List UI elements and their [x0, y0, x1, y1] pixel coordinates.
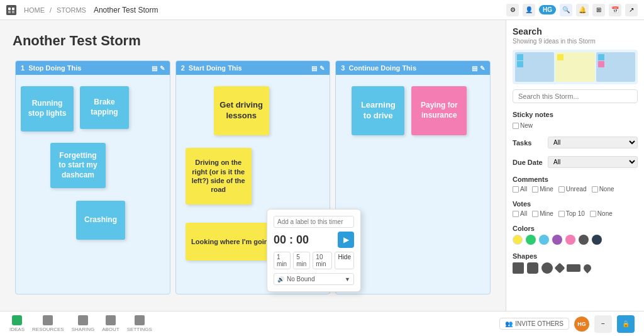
- timer-hide[interactable]: Hide: [335, 252, 354, 269]
- svg-rect-0: [6, 5, 16, 15]
- shape-circle[interactable]: [541, 262, 553, 274]
- color-yellow[interactable]: [513, 235, 523, 245]
- settings-tool-icon: [135, 315, 145, 325]
- shape-rounded[interactable]: [527, 262, 538, 274]
- comments-none[interactable]: None: [592, 186, 614, 193]
- page-title: Another Test Storm: [13, 33, 493, 49]
- votes-section: Votes All Mine Top 10 None: [513, 200, 638, 217]
- note-looking-where-going[interactable]: Looking where I'm going: [186, 223, 279, 260]
- sidebar-search-subtitle: Showing 9 ideas in this Storm: [513, 38, 638, 45]
- timer-time: 00 : 00: [274, 233, 334, 247]
- bottom-ideas-tool[interactable]: IDEAS: [9, 315, 25, 332]
- shape-diamond[interactable]: [555, 263, 565, 274]
- note-forgetting-dashcam[interactable]: Forgetting to start my dashcam: [50, 143, 106, 188]
- col-1-body: Running stop lights Brake tapping Forget…: [16, 75, 170, 290]
- color-green[interactable]: [526, 235, 536, 245]
- search-input[interactable]: [513, 89, 638, 103]
- colors-row: [513, 235, 638, 245]
- shape-pin[interactable]: [582, 263, 593, 274]
- votes-all[interactable]: All: [513, 210, 527, 217]
- col-3-title: Continue Doing This: [348, 64, 416, 72]
- due-date-select[interactable]: All: [548, 156, 638, 168]
- note-get-driving-lessons[interactable]: Get driving lessons: [214, 86, 269, 135]
- col-2-filter-icon[interactable]: ▤: [311, 65, 317, 72]
- nav-home[interactable]: HOME: [24, 6, 45, 14]
- user-badge: HG: [539, 5, 556, 14]
- sidebar: Search Showing 9 ideas in this Storm: [506, 20, 644, 311]
- nav-storms[interactable]: STORMS: [57, 6, 86, 14]
- timer-display: 00 : 00 ▶: [274, 232, 354, 248]
- main-content: Another Test Storm 1 Stop Doing This ▤ ✎: [0, 20, 644, 311]
- timer-10min[interactable]: 10 min: [313, 252, 332, 269]
- bottom-right: 👥 INVITE OTHERS HG − 🔒: [499, 315, 635, 333]
- timer-popup: 00 : 00 ▶ 1 min 5 min 10 min Hide 🔊 No B…: [267, 209, 361, 292]
- note-learning-to-drive[interactable]: Learning to drive: [352, 86, 404, 135]
- votes-mine[interactable]: Mine: [532, 210, 553, 217]
- bottom-tools: IDEAS RESOURCES SHARING ABOUT SETTINGS: [9, 315, 152, 332]
- share-icon[interactable]: ↗: [625, 4, 638, 16]
- votes-none[interactable]: None: [590, 210, 613, 217]
- votes-top10[interactable]: Top 10: [558, 210, 585, 217]
- tasks-select[interactable]: All: [548, 137, 638, 148]
- top-bar: HOME / STORMS Another Test Storm ⚙ 👤 HG …: [0, 0, 644, 20]
- comments-all[interactable]: All: [513, 186, 527, 193]
- column-stop-doing: 1 Stop Doing This ▤ ✎ Running stop light…: [15, 60, 170, 294]
- bottom-about-tool[interactable]: ABOUT: [102, 315, 119, 332]
- settings-icon[interactable]: ⚙: [506, 4, 519, 16]
- colors-section: Colors: [513, 225, 638, 245]
- zoom-in-button[interactable]: 🔒: [617, 315, 635, 333]
- col-1-edit-icon[interactable]: ✎: [160, 65, 165, 72]
- calendar-icon[interactable]: 📅: [609, 4, 621, 16]
- timer-play-button[interactable]: ▶: [338, 232, 354, 248]
- col-1-number: 1: [21, 64, 25, 72]
- timer-bound[interactable]: 🔊 No Bound ▼: [274, 273, 354, 285]
- bottom-resources-tool[interactable]: RESOURCES: [32, 315, 64, 332]
- resources-icon: [43, 315, 53, 325]
- grid-icon[interactable]: ⊞: [592, 4, 605, 16]
- timer-1min[interactable]: 1 min: [274, 252, 291, 269]
- col-3-filter-icon[interactable]: ▤: [472, 65, 477, 72]
- note-crashing[interactable]: Crashing: [76, 201, 125, 240]
- comments-mine[interactable]: Mine: [532, 186, 553, 193]
- note-driving-right-side[interactable]: Driving on the right (or is it the left?…: [186, 148, 252, 204]
- note-running-stop-lights[interactable]: Running stop lights: [21, 86, 74, 132]
- zoom-out-button[interactable]: −: [594, 315, 612, 333]
- search-icon[interactable]: 🔍: [560, 4, 572, 16]
- color-pink[interactable]: [565, 235, 575, 245]
- search-section: Search Showing 9 ideas in this Storm: [513, 26, 638, 103]
- invite-others-button[interactable]: 👥 INVITE OTHERS: [499, 318, 569, 330]
- color-purple[interactable]: [552, 235, 562, 245]
- top-bar-actions: ⚙ 👤 HG 🔍 🔔 ⊞ 📅 ↗: [506, 4, 638, 16]
- bell-icon[interactable]: 🔔: [576, 4, 589, 16]
- column-3-header: 3 Continue Doing This ▤ ✎: [336, 61, 490, 75]
- note-paying-insurance[interactable]: Paying for insurance: [411, 86, 467, 135]
- column-1-header: 1 Stop Doing This ▤ ✎: [16, 61, 170, 75]
- shape-square[interactable]: [513, 262, 524, 274]
- col-2-edit-icon[interactable]: ✎: [319, 65, 325, 72]
- col-3-edit-icon[interactable]: ✎: [480, 65, 485, 72]
- sharing-icon: [78, 315, 88, 325]
- svg-rect-4: [12, 11, 14, 13]
- svg-rect-3: [8, 11, 11, 13]
- sticky-new-checkbox[interactable]: New: [513, 122, 533, 129]
- sidebar-preview: [513, 50, 638, 84]
- user-icon[interactable]: 👤: [523, 4, 535, 16]
- nav-sep: /: [50, 6, 52, 14]
- votes-label: Votes: [513, 200, 638, 208]
- shapes-section: Shapes: [513, 252, 638, 274]
- bottom-sharing-tool[interactable]: SHARING: [72, 315, 94, 332]
- bottom-settings-tool[interactable]: SETTINGS: [127, 315, 152, 332]
- color-dark-blue[interactable]: [592, 235, 602, 245]
- timer-5min[interactable]: 5 min: [293, 252, 310, 269]
- note-brake-tapping[interactable]: Brake tapping: [80, 86, 129, 129]
- sidebar-search-title: Search: [513, 26, 638, 36]
- window-title: Another Test Storm: [94, 6, 499, 14]
- timer-label-input[interactable]: [274, 216, 354, 228]
- color-dark[interactable]: [579, 235, 589, 245]
- tasks-label: Tasks: [513, 139, 544, 147]
- shape-wide[interactable]: [567, 264, 580, 272]
- comments-unread[interactable]: Unread: [558, 186, 587, 193]
- col-1-filter-icon[interactable]: ▤: [152, 65, 157, 72]
- columns-container: 1 Stop Doing This ▤ ✎ Running stop light…: [13, 60, 493, 294]
- color-blue[interactable]: [539, 235, 549, 245]
